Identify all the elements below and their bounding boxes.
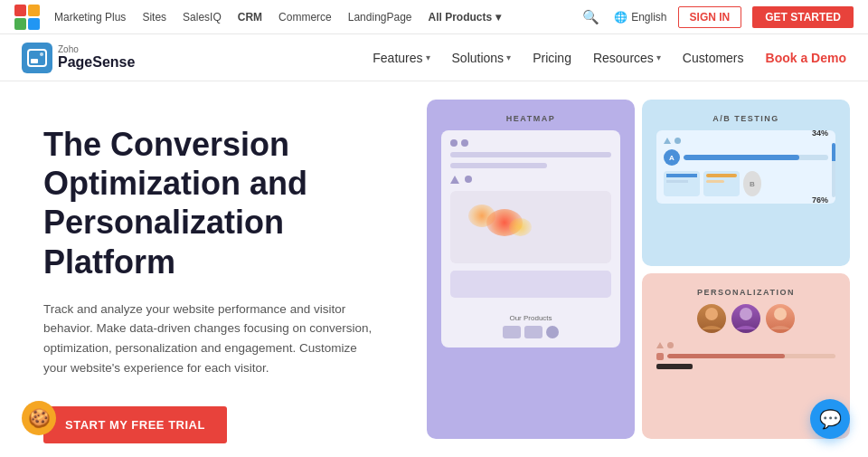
nav-features[interactable]: Features ▾ — [373, 51, 429, 65]
heatmap-card: HEATMAP Our Prod — [427, 100, 635, 439]
deco-triangle — [450, 176, 459, 184]
main-nav-links: Features ▾ Solutions ▾ Pricing Resources… — [373, 51, 846, 65]
zoho-sq3 — [14, 18, 26, 30]
avatar-2 — [731, 304, 760, 333]
ab-deco-triangle — [664, 138, 671, 144]
language-selector[interactable]: 🌐 English — [614, 11, 666, 24]
avatar-1 — [697, 304, 726, 333]
ab-deco-circle — [675, 138, 681, 144]
ab-bar-bg-a — [684, 155, 828, 160]
solutions-chevron: ▾ — [506, 52, 511, 62]
globe-icon: 🌐 — [614, 11, 627, 24]
ab-bar-fill-a — [684, 155, 799, 160]
ab-mini-bar1 — [666, 174, 697, 177]
search-button[interactable]: 🔍 — [579, 5, 603, 29]
brand-name-label: PageSense — [58, 54, 135, 71]
get-started-button[interactable]: GET STARTED — [752, 6, 854, 28]
ab-pct-bottom: 76% — [812, 195, 828, 205]
nav-marketing-plus[interactable]: Marketing Plus — [54, 11, 126, 24]
zoho-sq1 — [14, 5, 26, 16]
nav-all-products[interactable]: All Products ▾ — [429, 11, 501, 24]
nav-resources[interactable]: Resources ▾ — [593, 51, 661, 65]
brand-text: Zoho PageSense — [58, 44, 135, 71]
nav-commerce[interactable]: Commerce — [278, 11, 332, 24]
personalization-bars — [656, 353, 835, 369]
brand-zoho-label: Zoho — [58, 44, 135, 54]
pers-bar-fill-1 — [667, 354, 785, 358]
language-label: English — [631, 11, 666, 24]
ab-mini-card1 — [664, 171, 700, 196]
heatmap-bottom: Our Products — [450, 314, 611, 338]
pers-triangle — [656, 342, 664, 348]
chat-button[interactable]: 💬 — [810, 399, 850, 439]
svg-point-3 — [40, 52, 43, 56]
top-bar-left: Marketing Plus Sites SalesIQ CRM Commerc… — [14, 5, 501, 30]
heat-blob-yellow — [509, 218, 532, 236]
avatar-2-image — [731, 304, 760, 333]
nav-customers[interactable]: Customers — [683, 51, 744, 65]
nav-salesiq[interactable]: SalesIQ — [183, 11, 222, 24]
features-chevron: ▾ — [426, 52, 430, 62]
ab-testing-card: A/B TESTING 34% 76% A — [642, 100, 850, 266]
resources-chevron: ▾ — [656, 52, 661, 62]
pers-bar-row-2 — [656, 364, 835, 369]
ab-pct-top: 34% — [812, 129, 828, 138]
personalization-avatars — [656, 304, 835, 333]
pagesense-icon — [22, 43, 52, 73]
heatmap-shape1 — [503, 326, 521, 338]
ab-circle-a: A — [664, 149, 680, 166]
personalization-content — [656, 304, 835, 369]
main-nav: Zoho PageSense Features ▾ Solutions ▾ Pr… — [0, 34, 868, 81]
heatmap-label: HEATMAP — [441, 114, 620, 123]
heatmap-shapes — [450, 326, 611, 338]
heatmap-shape3 — [546, 326, 559, 338]
pers-bar-bg-1 — [667, 354, 835, 358]
avatar-3 — [766, 304, 795, 333]
ab-mini-bar4 — [706, 180, 724, 183]
ab-row-a: A — [664, 149, 828, 166]
top-bar-right: 🔍 🌐 English SIGN IN GET STARTED — [579, 5, 854, 29]
nav-book-demo[interactable]: Book a Demo — [766, 51, 846, 65]
pers-bar-row-1 — [656, 353, 835, 360]
pers-dot-2 — [656, 364, 693, 369]
hero-description: Track and analyze your website performan… — [43, 300, 380, 377]
nav-pricing[interactable]: Pricing — [533, 51, 571, 65]
nav-solutions[interactable]: Solutions ▾ — [452, 51, 512, 65]
heatmap-screen: Our Products — [441, 130, 620, 348]
avatar-3-image — [766, 304, 795, 333]
personalization-label: PERSONALIZATION — [656, 288, 835, 297]
pers-dot-1 — [656, 353, 664, 360]
heatmap-product-label: Our Products — [450, 314, 611, 322]
hero-section: The Conversion Optimization and Personal… — [0, 81, 868, 457]
nav-crm[interactable]: CRM — [238, 11, 262, 24]
hero-right: HEATMAP Our Prod — [416, 81, 868, 457]
hero-title: The Conversion Optimization and Personal… — [43, 125, 380, 281]
deco-circle — [465, 176, 472, 183]
zoho-sq4 — [28, 18, 40, 30]
avatar-1-image — [697, 304, 726, 333]
heatmap-content-area — [450, 191, 611, 263]
chat-icon: 💬 — [819, 408, 842, 430]
ab-screen: 76% A — [656, 130, 835, 204]
svg-rect-2 — [31, 59, 38, 63]
cookie-badge: 🍪 — [22, 401, 56, 435]
zoho-logo — [14, 5, 40, 30]
brand-logo: Zoho PageSense — [22, 43, 135, 73]
zoho-sq2 — [28, 5, 40, 16]
heatmap-nav-area — [450, 271, 611, 298]
svg-rect-0 — [22, 43, 52, 73]
svg-point-5 — [740, 308, 752, 320]
nav-landingpage[interactable]: LandingPage — [348, 11, 412, 24]
top-bar: Marketing Plus Sites SalesIQ CRM Commerc… — [0, 0, 868, 34]
ab-mini-bar2 — [666, 180, 688, 183]
top-nav: Marketing Plus Sites SalesIQ CRM Commerc… — [54, 11, 501, 24]
ab-mini-bar3 — [706, 174, 737, 177]
svg-point-4 — [705, 308, 718, 320]
ab-testing-label: A/B TESTING — [656, 114, 835, 123]
ab-mini-cards: B — [664, 171, 828, 196]
sign-in-button[interactable]: SIGN IN — [678, 6, 742, 28]
heatmap-bar1 — [450, 152, 611, 157]
heatmap-shape2 — [524, 326, 542, 338]
free-trial-button[interactable]: START MY FREE TRIAL — [43, 406, 227, 443]
nav-sites[interactable]: Sites — [142, 11, 166, 24]
